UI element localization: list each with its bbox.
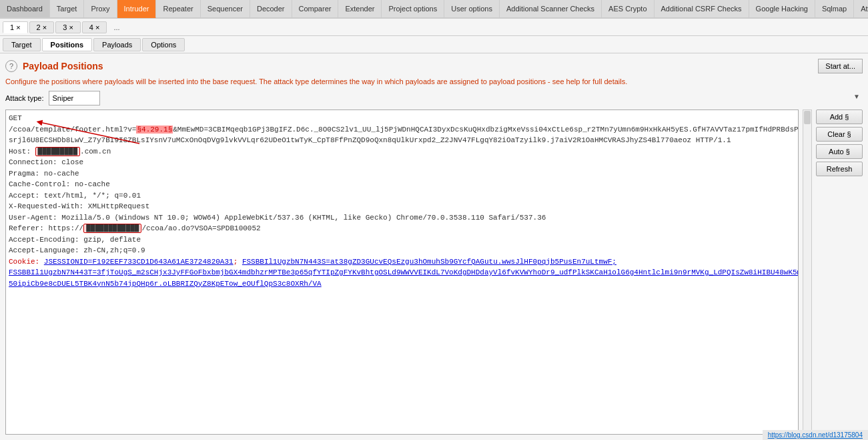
buttons-panel: Add § Clear § Auto § Refresh [816,109,863,435]
request-line-xrw: X-Requested-With: XMLHttpRequest [9,201,795,212]
status-bar[interactable]: https://blog.csdn.net/d13175804 [763,430,868,440]
tab-target[interactable]: Target [50,0,85,18]
sub-tabs: Target Positions Payloads Options [0,36,868,53]
request-box[interactable]: GET /ccoa/template/footer.html?v=§4.29.1… [5,109,799,435]
attack-type-row: Attack type: Sniper Battering ram Pitchf… [5,91,863,105]
payload-marker-1: §4.29.1§ [136,126,173,134]
sub-tab-positions[interactable]: Positions [42,38,93,51]
attack-type-label: Attack type: [5,94,43,102]
request-line-ua: User-Agent: Mozilla/5.0 (Windows NT 10.0… [9,212,795,224]
tab-attack-surface[interactable]: Attack Surface D... [854,0,868,18]
request-scrollbar[interactable] [803,109,812,435]
help-icon[interactable]: ? [5,60,17,72]
tab-user-options[interactable]: User options [444,0,500,18]
request-line-referer: Referer: https://████████████/ccoa/ao.do… [9,223,795,234]
section-header: ? Payload Positions Start at... [5,59,863,73]
sub-tab-payloads[interactable]: Payloads [93,38,141,51]
top-nav: Dashboard Target Proxy Intruder Repeater… [0,0,868,19]
tab-dashboard[interactable]: Dashboard [0,0,50,18]
tab-extender[interactable]: Extender [338,0,382,18]
tab-intruder[interactable]: Intruder [117,0,157,18]
tab-comparer[interactable]: Comparer [292,0,339,18]
num-tab-1[interactable]: 1 × [3,21,28,33]
tab-sequencer[interactable]: Sequencer [201,0,250,18]
auto-button[interactable]: Auto § [816,144,863,159]
num-tab-dots[interactable]: ... [108,22,125,33]
section-title: Payload Positions [23,61,103,71]
num-tab-4[interactable]: 4 × [82,21,107,33]
add-button[interactable]: Add § [816,109,863,124]
request-line-cont: srjl6U8ECSHDb8LwV_Z7y7BI9ISZBLsIYsnV7uMC… [9,135,795,146]
tab-aes-crypto[interactable]: AES Crypto [602,0,654,18]
tab-proxy[interactable]: Proxy [84,0,117,18]
clear-button[interactable]: Clear § [816,127,863,142]
request-line-host: Host: █████████.com.cn [9,146,795,158]
tab-sqlmap[interactable]: Sqlmap [815,0,854,18]
sub-tab-target[interactable]: Target [3,38,41,51]
request-line-cache: Cache-Control: no-cache [9,179,795,190]
request-line-cookie3: 50ipiCb9e8cDUEL5TBK4ynN5b74jpQHp6r.oLBBR… [9,278,795,290]
request-line-get: GET [9,113,795,124]
request-line-encoding: Accept-Encoding: gzip, deflate [9,234,795,246]
num-tab-3[interactable]: 3 × [55,21,81,33]
tab-additional-csrf[interactable]: Additional CSRF Checks [655,0,749,18]
tab-additional-scanner[interactable]: Additional Scanner Checks [500,0,602,18]
num-tab-2[interactable]: 2 × [29,21,55,33]
attack-type-wrapper: Sniper Battering ram Pitchfork Cluster b… [49,91,863,105]
tab-decoder[interactable]: Decoder [250,0,292,18]
sub-tab-options[interactable]: Options [142,38,185,51]
request-line-language: Accept-Language: zh-CN,zh;q=0.9 [9,245,795,256]
tab-project-options[interactable]: Project options [382,0,444,18]
tab-google-hacking[interactable]: Google Hacking [749,0,815,18]
attack-type-select[interactable]: Sniper Battering ram Pitchfork Cluster b… [49,91,100,105]
tab-repeater[interactable]: Repeater [156,0,200,18]
request-line-cookie1: Cookie: JSESSIONID=F192EEF733CD1D643A61A… [9,256,795,268]
section-description: Configure the positions where payloads w… [5,77,863,85]
request-line-pragma: Pragma: no-cache [9,168,795,180]
main-content: ? Payload Positions Start at... Configur… [0,53,868,440]
request-line-path: /ccoa/template/footer.html?v=§4.29.1§&Mm… [9,124,795,136]
request-line-cookie2: FSSBBIl1UgzbN7N443T=3fjToUgS_m2sCHjx3JyF… [9,267,795,278]
num-tabs: 1 × 2 × 3 × 4 × ... [0,19,868,36]
request-line-connection: Connection: close [9,157,795,168]
request-line-accept: Accept: text/html, */*; q=0.01 [9,190,795,202]
request-area: GET /ccoa/template/footer.html?v=§4.29.1… [5,109,863,435]
refresh-button[interactable]: Refresh [816,162,863,176]
start-attack-button[interactable]: Start at... [818,59,863,73]
